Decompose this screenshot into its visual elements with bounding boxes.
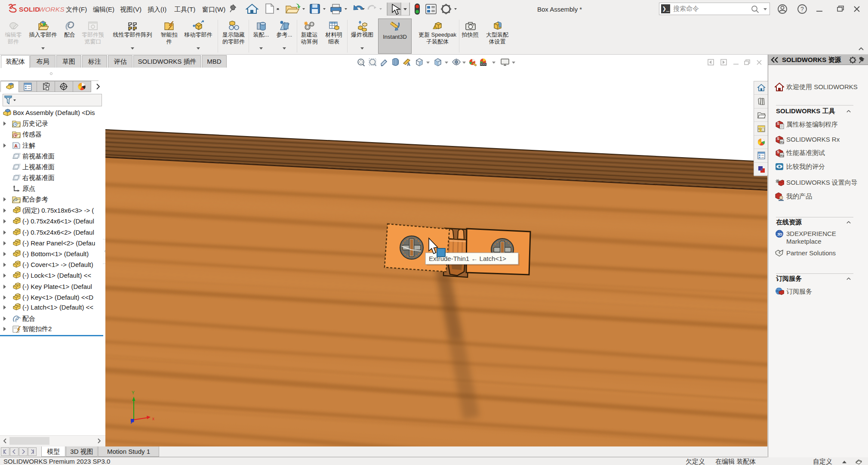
svg-text:S: S [777, 121, 779, 126]
svg-text:WORKS: WORKS [39, 6, 64, 13]
svg-text:!: ! [434, 26, 435, 29]
svg-text:Rx: Rx [780, 140, 784, 144]
svg-text:S: S [777, 136, 779, 141]
svg-text:SOLID: SOLID [19, 6, 40, 13]
svg-text:Y: Y [132, 391, 135, 395]
svg-text:Rx: Rx [780, 154, 784, 158]
svg-text:3D: 3D [777, 232, 782, 236]
svg-text:S: S [777, 150, 779, 154]
svg-text:?: ? [800, 6, 804, 12]
svg-text:x: x [152, 416, 154, 421]
svg-text:A: A [14, 143, 18, 149]
svg-text:A: A [407, 62, 410, 67]
